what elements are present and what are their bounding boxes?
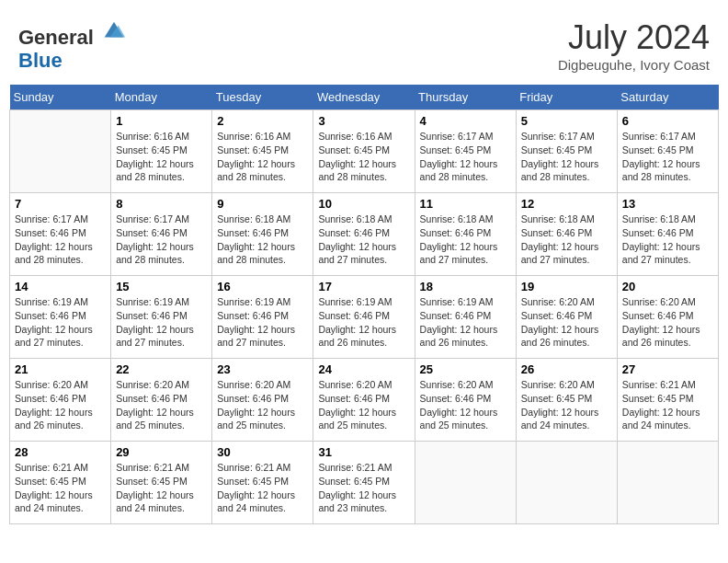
day-number: 25 (420, 362, 511, 376)
calendar-cell: 2Sunrise: 6:16 AM Sunset: 6:45 PM Daylig… (212, 110, 313, 193)
calendar-cell: 27Sunrise: 6:21 AM Sunset: 6:45 PM Dayli… (617, 359, 718, 442)
day-number: 15 (116, 280, 207, 293)
calendar-cell: 31Sunrise: 6:21 AM Sunset: 6:45 PM Dayli… (313, 442, 415, 524)
calendar-cell: 8Sunrise: 6:17 AM Sunset: 6:46 PM Daylig… (111, 193, 212, 276)
calendar-cell (415, 442, 516, 524)
calendar-week-row: 7Sunrise: 6:17 AM Sunset: 6:46 PM Daylig… (10, 193, 719, 276)
day-number: 27 (622, 362, 713, 376)
day-info: Sunrise: 6:20 AM Sunset: 6:46 PM Dayligh… (116, 378, 207, 432)
day-number: 31 (318, 445, 409, 459)
calendar-cell: 9Sunrise: 6:18 AM Sunset: 6:46 PM Daylig… (212, 193, 313, 276)
weekday-header-sunday: Sunday (10, 85, 111, 110)
calendar-table: SundayMondayTuesdayWednesdayThursdayFrid… (9, 85, 719, 524)
day-number: 24 (318, 362, 409, 376)
day-number: 13 (622, 197, 713, 211)
calendar-cell: 6Sunrise: 6:17 AM Sunset: 6:45 PM Daylig… (617, 110, 718, 193)
day-info: Sunrise: 6:18 AM Sunset: 6:46 PM Dayligh… (318, 213, 409, 267)
calendar-cell (617, 442, 718, 524)
day-info: Sunrise: 6:21 AM Sunset: 6:45 PM Dayligh… (116, 461, 207, 515)
day-info: Sunrise: 6:20 AM Sunset: 6:46 PM Dayligh… (15, 378, 106, 432)
day-number: 29 (116, 445, 207, 459)
day-info: Sunrise: 6:19 AM Sunset: 6:46 PM Dayligh… (217, 295, 308, 350)
day-info: Sunrise: 6:18 AM Sunset: 6:46 PM Dayligh… (622, 213, 713, 267)
calendar-cell: 16Sunrise: 6:19 AM Sunset: 6:46 PM Dayli… (212, 276, 313, 359)
day-number: 8 (116, 197, 207, 211)
calendar-cell: 18Sunrise: 6:19 AM Sunset: 6:46 PM Dayli… (415, 276, 516, 359)
day-info: Sunrise: 6:21 AM Sunset: 6:45 PM Dayligh… (217, 461, 308, 515)
day-number: 16 (217, 280, 308, 293)
day-number: 3 (318, 114, 409, 128)
day-number: 20 (622, 280, 713, 293)
calendar-cell: 25Sunrise: 6:20 AM Sunset: 6:46 PM Dayli… (415, 359, 516, 442)
calendar-cell: 10Sunrise: 6:18 AM Sunset: 6:46 PM Dayli… (313, 193, 415, 276)
location: Digbeuguhe, Ivory Coast (558, 57, 710, 73)
calendar-cell: 14Sunrise: 6:19 AM Sunset: 6:46 PM Dayli… (10, 276, 111, 359)
day-number: 10 (318, 197, 409, 211)
day-info: Sunrise: 6:17 AM Sunset: 6:45 PM Dayligh… (521, 130, 612, 184)
weekday-header-thursday: Thursday (415, 85, 516, 110)
calendar-cell: 5Sunrise: 6:17 AM Sunset: 6:45 PM Daylig… (516, 110, 617, 193)
logo: General Blue (18, 18, 127, 73)
calendar-week-row: 1Sunrise: 6:16 AM Sunset: 6:45 PM Daylig… (10, 110, 719, 193)
day-number: 5 (521, 114, 612, 128)
day-info: Sunrise: 6:16 AM Sunset: 6:45 PM Dayligh… (116, 130, 207, 184)
calendar-cell: 20Sunrise: 6:20 AM Sunset: 6:46 PM Dayli… (617, 276, 718, 359)
day-info: Sunrise: 6:16 AM Sunset: 6:45 PM Dayligh… (318, 130, 409, 184)
calendar-cell (516, 442, 617, 524)
day-info: Sunrise: 6:19 AM Sunset: 6:46 PM Dayligh… (420, 295, 511, 350)
day-number: 7 (15, 197, 106, 211)
day-info: Sunrise: 6:19 AM Sunset: 6:46 PM Dayligh… (116, 295, 207, 350)
calendar-cell: 29Sunrise: 6:21 AM Sunset: 6:45 PM Dayli… (111, 442, 212, 524)
day-number: 19 (521, 280, 612, 293)
day-info: Sunrise: 6:20 AM Sunset: 6:45 PM Dayligh… (521, 378, 612, 432)
weekday-header-friday: Friday (516, 85, 617, 110)
weekday-header-monday: Monday (111, 85, 212, 110)
day-info: Sunrise: 6:17 AM Sunset: 6:45 PM Dayligh… (622, 130, 713, 184)
day-info: Sunrise: 6:18 AM Sunset: 6:46 PM Dayligh… (420, 213, 511, 267)
day-info: Sunrise: 6:19 AM Sunset: 6:46 PM Dayligh… (318, 295, 409, 350)
calendar-week-row: 14Sunrise: 6:19 AM Sunset: 6:46 PM Dayli… (10, 276, 719, 359)
calendar-cell: 23Sunrise: 6:20 AM Sunset: 6:46 PM Dayli… (212, 359, 313, 442)
day-info: Sunrise: 6:20 AM Sunset: 6:46 PM Dayligh… (420, 378, 511, 432)
weekday-header-saturday: Saturday (617, 85, 718, 110)
calendar-cell: 30Sunrise: 6:21 AM Sunset: 6:45 PM Dayli… (212, 442, 313, 524)
calendar-cell: 24Sunrise: 6:20 AM Sunset: 6:46 PM Dayli… (313, 359, 415, 442)
calendar-cell: 4Sunrise: 6:17 AM Sunset: 6:45 PM Daylig… (415, 110, 516, 193)
day-number: 12 (521, 197, 612, 211)
day-info: Sunrise: 6:16 AM Sunset: 6:45 PM Dayligh… (217, 130, 308, 184)
calendar-cell: 17Sunrise: 6:19 AM Sunset: 6:46 PM Dayli… (313, 276, 415, 359)
day-number: 30 (217, 445, 308, 459)
calendar-cell (10, 110, 111, 193)
calendar-cell: 28Sunrise: 6:21 AM Sunset: 6:45 PM Dayli… (10, 442, 111, 524)
day-number: 11 (420, 197, 511, 211)
day-info: Sunrise: 6:21 AM Sunset: 6:45 PM Dayligh… (15, 461, 106, 515)
day-number: 14 (15, 280, 106, 293)
day-number: 18 (420, 280, 511, 293)
day-info: Sunrise: 6:21 AM Sunset: 6:45 PM Dayligh… (318, 461, 409, 515)
weekday-header-tuesday: Tuesday (212, 85, 313, 110)
day-number: 22 (116, 362, 207, 376)
day-info: Sunrise: 6:20 AM Sunset: 6:46 PM Dayligh… (521, 295, 612, 350)
day-info: Sunrise: 6:17 AM Sunset: 6:46 PM Dayligh… (15, 213, 106, 267)
calendar-cell: 7Sunrise: 6:17 AM Sunset: 6:46 PM Daylig… (10, 193, 111, 276)
day-info: Sunrise: 6:18 AM Sunset: 6:46 PM Dayligh… (217, 213, 308, 267)
day-number: 9 (217, 197, 308, 211)
logo-blue: Blue (18, 49, 127, 73)
day-number: 23 (217, 362, 308, 376)
day-number: 6 (622, 114, 713, 128)
calendar-cell: 22Sunrise: 6:20 AM Sunset: 6:46 PM Dayli… (111, 359, 212, 442)
calendar-cell: 21Sunrise: 6:20 AM Sunset: 6:46 PM Dayli… (10, 359, 111, 442)
day-info: Sunrise: 6:20 AM Sunset: 6:46 PM Dayligh… (622, 295, 713, 350)
page-header: General Blue July 2024 Digbeuguhe, Ivory… (9, 9, 719, 77)
day-number: 17 (318, 280, 409, 293)
day-number: 1 (116, 114, 207, 128)
day-number: 2 (217, 114, 308, 128)
calendar-cell: 26Sunrise: 6:20 AM Sunset: 6:45 PM Dayli… (516, 359, 617, 442)
logo-icon (101, 18, 127, 44)
day-info: Sunrise: 6:19 AM Sunset: 6:46 PM Dayligh… (15, 295, 106, 350)
calendar-week-row: 28Sunrise: 6:21 AM Sunset: 6:45 PM Dayli… (10, 442, 719, 524)
logo-general: General (18, 18, 127, 49)
calendar-cell: 13Sunrise: 6:18 AM Sunset: 6:46 PM Dayli… (617, 193, 718, 276)
calendar-cell: 19Sunrise: 6:20 AM Sunset: 6:46 PM Dayli… (516, 276, 617, 359)
day-info: Sunrise: 6:18 AM Sunset: 6:46 PM Dayligh… (521, 213, 612, 267)
